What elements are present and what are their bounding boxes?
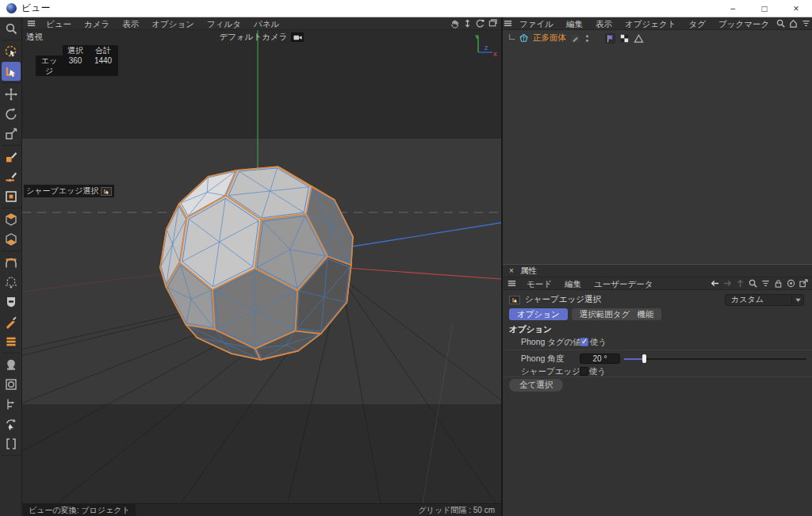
selection-tag-icon[interactable] xyxy=(605,33,615,44)
slider-handle[interactable] xyxy=(642,354,646,363)
move-tool[interactable] xyxy=(2,85,21,104)
object-mode-tool[interactable] xyxy=(2,187,21,206)
stats-total-count: 1440 xyxy=(88,55,118,76)
layers-tool[interactable] xyxy=(2,332,21,351)
tab-function[interactable]: 機能 xyxy=(637,309,653,320)
minimize-button[interactable]: − xyxy=(717,0,749,17)
menu-view[interactable]: ビュー xyxy=(40,17,78,30)
om-menu-tag[interactable]: タグ xyxy=(682,17,712,30)
tab-selection-tag[interactable]: 選択範囲タグ xyxy=(580,309,630,320)
attribute-header: × 属性 xyxy=(503,265,812,277)
menu-display[interactable]: 表示 xyxy=(116,17,145,30)
dolly-view-icon[interactable] xyxy=(462,18,473,29)
object-row-platonic[interactable]: 正多面体 xyxy=(506,32,812,44)
history-back-icon[interactable] xyxy=(710,278,720,289)
menu-panel[interactable]: パネル xyxy=(247,17,285,30)
rotate-tool[interactable] xyxy=(2,105,21,124)
orbit-view-icon[interactable] xyxy=(475,18,485,29)
texture-tag-icon[interactable] xyxy=(619,33,630,44)
hierarchy-up-icon[interactable] xyxy=(735,278,745,289)
scene-3d[interactable] xyxy=(22,30,501,503)
left-toolbar xyxy=(0,17,22,516)
chevron-down-icon[interactable] xyxy=(791,295,803,305)
status-transform-mode: ビューの変換: プロジェクト xyxy=(23,504,136,516)
camera-icon[interactable] xyxy=(291,32,304,42)
am-search-icon[interactable] xyxy=(748,278,758,289)
am-lock-icon[interactable] xyxy=(773,278,783,289)
arch-tool[interactable] xyxy=(2,253,21,272)
object-label[interactable]: 正多面体 xyxy=(533,32,566,44)
am-menu-edit[interactable]: 編集 xyxy=(558,277,588,290)
phong-use-checkbox[interactable] xyxy=(580,338,588,346)
tab-selection-tag-group[interactable]: 選択範囲タグ 機能 xyxy=(572,308,662,320)
stats-col-total: 合計 xyxy=(88,45,118,55)
am-filter-icon[interactable] xyxy=(760,278,771,289)
viewport-menu-icon[interactable] xyxy=(22,18,40,29)
am-menu-mode[interactable]: モード xyxy=(520,277,558,290)
sharp-edge-checkbox[interactable] xyxy=(580,367,588,376)
om-menu-icon[interactable] xyxy=(503,18,513,29)
tool-icon xyxy=(509,296,520,304)
knife-tool[interactable] xyxy=(2,312,21,331)
maximize-button[interactable]: □ xyxy=(749,0,780,17)
axis-mode-tool[interactable] xyxy=(2,167,21,186)
om-search-icon[interactable] xyxy=(776,18,786,29)
toolbar-group xyxy=(2,40,21,83)
om-menu-object[interactable]: オブジェクト xyxy=(619,17,682,30)
edge-selection-tool[interactable] xyxy=(2,62,21,81)
hierarchy-tool[interactable] xyxy=(2,395,21,414)
polygons-mode-tool[interactable] xyxy=(2,230,21,249)
phong-angle-value[interactable]: 20 ° xyxy=(580,354,620,364)
am-focus-icon[interactable] xyxy=(786,278,796,289)
tab-options[interactable]: オプション xyxy=(509,308,568,320)
om-filter-icon[interactable] xyxy=(801,18,811,29)
live-selection-tool[interactable] xyxy=(2,42,21,61)
stamp-tool[interactable] xyxy=(2,355,21,374)
edit-state-icon[interactable] xyxy=(570,33,580,44)
om-home-icon[interactable] xyxy=(788,18,799,29)
right-panel: ファイル 編集 表示 オブジェクト タグ ブックマーク xyxy=(501,17,812,516)
select-all-button[interactable]: 全て選択 xyxy=(509,379,563,392)
history-forward-icon[interactable] xyxy=(722,278,733,289)
menu-filter[interactable]: フィルタ xyxy=(201,17,247,30)
viewport-panel: ビュー カメラ 表示 オプション フィルタ パネル 透視 選択 xyxy=(22,17,501,516)
model-mode-tool[interactable] xyxy=(2,147,21,166)
am-menu-icon[interactable] xyxy=(503,278,520,289)
camera-label[interactable]: デフォルトカメラ xyxy=(220,32,288,43)
circle-tool[interactable] xyxy=(2,375,21,394)
sharp-edge-row: シャープエッジを使う xyxy=(503,365,804,377)
attribute-close-icon[interactable]: × xyxy=(503,266,520,275)
am-detach-icon[interactable] xyxy=(799,278,809,289)
om-menu-view[interactable]: 表示 xyxy=(589,17,619,30)
om-menu-edit[interactable]: 編集 xyxy=(560,17,589,30)
phong-angle-slider[interactable] xyxy=(624,354,806,364)
brackets-tool[interactable] xyxy=(2,434,21,453)
am-menu-userdata[interactable]: ユーザーデータ xyxy=(588,277,659,290)
toolbar-group xyxy=(2,208,21,251)
visibility-dots-icon[interactable] xyxy=(582,33,592,44)
platonic-object-icon[interactable] xyxy=(519,33,529,44)
menu-camera[interactable]: カメラ xyxy=(78,17,116,30)
om-menu-file[interactable]: ファイル xyxy=(513,17,560,30)
points-mode-tool[interactable] xyxy=(2,210,21,229)
object-tree[interactable]: 正多面体 xyxy=(503,30,812,264)
toggle-view-icon[interactable] xyxy=(488,18,498,29)
interaction-tool[interactable] xyxy=(2,415,21,434)
close-button[interactable]: × xyxy=(780,0,812,17)
mask-tool[interactable] xyxy=(2,292,21,312)
tool-hint-label: シャープエッジ選択 xyxy=(26,185,98,197)
phong-angle-label: Phong 角度 xyxy=(521,354,564,365)
slider-track[interactable] xyxy=(624,358,806,360)
phong-tag-icon[interactable] xyxy=(634,33,644,44)
attribute-body: シャープエッジ選択 カスタム オプション 選択範囲タグ 機能 オプシ xyxy=(503,290,812,516)
window-title: ビュー xyxy=(21,2,717,15)
pan-view-icon[interactable] xyxy=(450,18,460,29)
zoom-tool[interactable] xyxy=(2,19,21,38)
preset-dropdown[interactable]: カスタム xyxy=(725,294,804,306)
active-tool-hint: シャープエッジ選択 xyxy=(24,185,114,197)
om-menu-bookmark[interactable]: ブックマーク xyxy=(712,17,776,30)
scale-tool[interactable] xyxy=(2,124,21,143)
menu-options[interactable]: オプション xyxy=(145,17,201,30)
viewport-canvas[interactable]: 透視 選択 合計 エッジ 360 1440 デフォルトカメラ シャープエッジ選択 xyxy=(22,30,501,503)
soft-selection-tool[interactable] xyxy=(2,273,21,292)
